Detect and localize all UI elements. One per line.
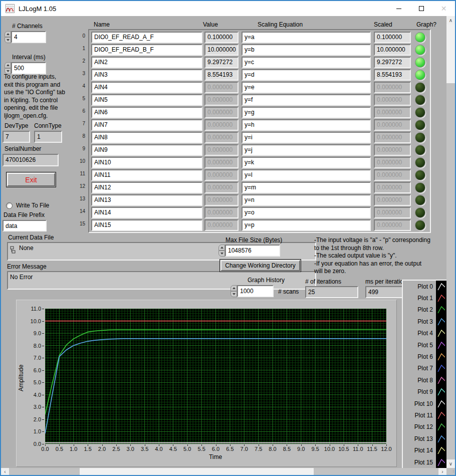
legend-item[interactable]: Plot 3	[403, 316, 446, 327]
legend-item[interactable]: Plot 5	[403, 339, 446, 351]
channels-spinner[interactable]	[5, 31, 11, 43]
scaling-equation-input[interactable]: y=l	[242, 169, 371, 181]
graph-enable-led[interactable]	[415, 207, 425, 218]
x-tick-label: 10.0	[322, 446, 337, 452]
legend-item[interactable]: Plot 7	[403, 363, 446, 374]
vertical-scrollbar[interactable]: ∧ ∨	[446, 16, 455, 468]
graph-enable-led[interactable]	[415, 82, 425, 93]
legend-item[interactable]: Plot 8	[403, 374, 446, 386]
graph-history-decrement-button[interactable]	[231, 291, 237, 297]
scaling-equation-input[interactable]: y=a	[242, 32, 371, 43]
legend-item[interactable]: Plot 1	[403, 292, 446, 304]
channel-name-input[interactable]: DIO0_EF_READ_A_F	[91, 32, 202, 43]
graph-history-input[interactable]: 1000	[237, 285, 274, 297]
minimize-button[interactable]	[387, 1, 410, 16]
graph-enable-led[interactable]	[415, 45, 425, 55]
max-file-size-label: Max File Size (Bytes)	[225, 236, 282, 244]
scaling-equation-input[interactable]: y=k	[242, 157, 371, 168]
x-tick-label: 6.0	[208, 446, 223, 452]
legend-item[interactable]: Plot 14	[403, 444, 446, 456]
max-file-size-input[interactable]: 1048576	[225, 245, 280, 257]
graph-enable-led[interactable]	[415, 182, 425, 193]
channel-name-input[interactable]: AIN2	[91, 57, 202, 68]
scaling-equation-input[interactable]: y=o	[242, 207, 371, 218]
max-file-size-decrement-button[interactable]	[218, 251, 225, 257]
scroll-down-button[interactable]: ∨	[446, 459, 455, 468]
write-to-file-control[interactable]: Write To File	[6, 202, 49, 209]
scaling-equation-input[interactable]: y=g	[242, 107, 371, 118]
resize-grip[interactable]: ⁝	[446, 468, 455, 475]
scroll-up-button[interactable]: ∧	[446, 16, 455, 25]
vertical-scrollbar-thumb[interactable]	[446, 25, 455, 83]
graph-enable-led[interactable]	[415, 120, 425, 130]
channel-name-input[interactable]: AIN6	[91, 107, 202, 118]
scaling-equation-input[interactable]: y=b	[242, 44, 371, 56]
graph-enable-led[interactable]	[415, 132, 425, 143]
channels-input[interactable]: 4	[11, 31, 46, 43]
channel-name-input[interactable]: AIN3	[91, 69, 202, 81]
legend-item[interactable]: Plot 0	[403, 281, 446, 292]
interval-increment-button[interactable]	[5, 62, 11, 68]
graph-enable-led[interactable]	[415, 170, 425, 180]
exit-button[interactable]: Exit	[6, 172, 56, 187]
scroll-right-button[interactable]: ›	[438, 468, 446, 475]
graph-enable-led[interactable]	[415, 195, 425, 205]
scaling-equation-input[interactable]: y=p	[242, 219, 371, 231]
scaling-equation-input[interactable]: y=i	[242, 132, 371, 143]
write-to-file-radio[interactable]	[6, 202, 13, 209]
channel-name-input[interactable]: AIN10	[91, 157, 202, 168]
interval-input[interactable]: 500	[11, 62, 46, 74]
max-file-size-increment-button[interactable]	[218, 245, 225, 251]
y-tick-label: 5.0	[23, 379, 41, 385]
graph-enable-led[interactable]	[415, 157, 425, 168]
data-file-prefix-input[interactable]: data	[3, 220, 47, 231]
graph-enable-led[interactable]	[415, 32, 425, 43]
graph-history-spinner[interactable]	[231, 285, 237, 297]
channel-name-input[interactable]: AIN14	[91, 207, 202, 218]
horizontal-scrollbar-thumb[interactable]	[80, 468, 314, 475]
graph-enable-led[interactable]	[415, 107, 425, 118]
graph-enable-led[interactable]	[415, 57, 425, 68]
channel-name-input[interactable]: AIN9	[91, 144, 202, 156]
scaling-equation-input[interactable]: y=m	[242, 182, 371, 193]
channel-name-input[interactable]: AIN7	[91, 119, 202, 131]
legend-item[interactable]: Plot 6	[403, 351, 446, 362]
scaling-equation-input[interactable]: y=c	[242, 57, 371, 68]
channel-name-input[interactable]: AIN13	[91, 194, 202, 206]
graph-enable-led[interactable]	[415, 145, 425, 155]
channel-name-input[interactable]: AIN5	[91, 94, 202, 106]
graph-history-increment-button[interactable]	[231, 285, 237, 291]
channels-increment-button[interactable]	[5, 31, 11, 37]
scaling-equation-input[interactable]: y=f	[242, 94, 371, 106]
scaling-equation-input[interactable]: y=n	[242, 194, 371, 206]
scaling-equation-input[interactable]: y=h	[242, 119, 371, 131]
interval-spinner[interactable]	[5, 62, 11, 74]
graph-enable-led[interactable]	[415, 95, 425, 105]
legend-item[interactable]: Plot 9	[403, 386, 446, 398]
channel-name-input[interactable]: AIN15	[91, 219, 202, 231]
channel-name-input[interactable]: AIN4	[91, 82, 202, 93]
legend-item[interactable]: Plot 4	[403, 328, 446, 339]
scaling-equation-input[interactable]: y=d	[242, 69, 371, 81]
legend-item[interactable]: Plot 10	[403, 398, 446, 409]
scaling-equation-input[interactable]: y=j	[242, 144, 371, 156]
scroll-left-button[interactable]: ‹	[1, 468, 9, 475]
graph-enable-led[interactable]	[415, 220, 425, 230]
channel-name-input[interactable]: AIN11	[91, 169, 202, 181]
channel-name-input[interactable]: AIN8	[91, 132, 202, 143]
legend-item[interactable]: Plot 12	[403, 421, 446, 433]
legend-item[interactable]: Plot 2	[403, 304, 446, 316]
graph-enable-led[interactable]	[415, 70, 425, 80]
channels-decrement-button[interactable]	[5, 37, 11, 43]
legend-item[interactable]: Plot 15	[403, 456, 446, 468]
channel-name-input[interactable]: DIO0_EF_READ_B_F	[91, 44, 202, 56]
maximize-button[interactable]	[410, 1, 432, 16]
change-working-directory-button[interactable]: Change Working Directory	[219, 259, 301, 272]
channel-name-input[interactable]: AIN12	[91, 182, 202, 193]
legend-item[interactable]: Plot 11	[403, 409, 446, 421]
scaling-equation-input[interactable]: y=e	[242, 82, 371, 93]
legend-item[interactable]: Plot 13	[403, 433, 446, 444]
horizontal-scrollbar[interactable]: ‹ ›	[1, 468, 446, 475]
max-file-size-spinner[interactable]	[218, 245, 225, 257]
close-button[interactable]: ✕	[432, 1, 455, 16]
